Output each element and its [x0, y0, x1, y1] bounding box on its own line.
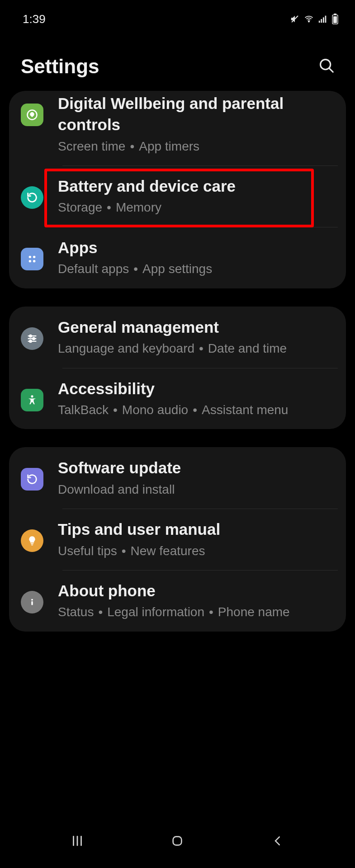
- about-phone-icon: [21, 591, 43, 613]
- svg-point-0: [308, 21, 309, 22]
- svg-point-21: [31, 395, 33, 397]
- row-text: Apps Default apps•App settings: [58, 237, 338, 278]
- signal-icon: [318, 14, 328, 24]
- svg-point-13: [29, 260, 31, 262]
- svg-rect-25: [31, 601, 33, 605]
- row-text: Tips and user manual Useful tips•New fea…: [58, 519, 338, 560]
- setting-about-phone[interactable]: About phone Status•Legal information•Pho…: [9, 570, 346, 632]
- navigation-bar: [0, 814, 355, 868]
- settings-list: Digital Wellbeing and parental controls …: [0, 91, 355, 632]
- tips-icon: [21, 529, 43, 552]
- row-subtitle: Download and install: [58, 481, 338, 499]
- svg-rect-22: [31, 543, 34, 544]
- wellbeing-icon: [21, 104, 43, 126]
- row-title: Digital Wellbeing and parental controls: [58, 93, 338, 136]
- row-text: General management Language and keyboard…: [58, 316, 338, 358]
- row-text: Accessibility TalkBack•Mono audio•Assist…: [58, 378, 338, 420]
- svg-point-19: [33, 337, 35, 340]
- wifi-icon: [303, 14, 314, 24]
- svg-point-12: [33, 256, 35, 258]
- row-subtitle: Status•Legal information•Phone name: [58, 603, 338, 622]
- row-text: Battery and device care Storage•Memory: [58, 175, 338, 217]
- page-title: Settings: [21, 55, 99, 78]
- row-subtitle: Storage•Memory: [58, 198, 338, 217]
- setting-apps[interactable]: Apps Default apps•App settings: [9, 227, 346, 288]
- home-icon: [170, 834, 185, 848]
- svg-rect-3: [323, 17, 324, 23]
- recents-icon: [70, 833, 85, 849]
- svg-rect-4: [325, 16, 327, 23]
- row-text: Digital Wellbeing and parental controls …: [58, 93, 338, 156]
- svg-rect-29: [173, 837, 182, 845]
- row-subtitle: Language and keyboard•Date and time: [58, 340, 338, 358]
- back-icon: [271, 834, 284, 848]
- svg-point-18: [29, 335, 32, 337]
- mute-icon: [290, 14, 300, 24]
- setting-general-management[interactable]: General management Language and keyboard…: [9, 307, 346, 368]
- svg-point-11: [29, 256, 31, 258]
- svg-point-24: [31, 599, 33, 601]
- nav-back-button[interactable]: [257, 827, 298, 854]
- row-subtitle: Default apps•App settings: [58, 260, 338, 278]
- search-icon: [318, 57, 335, 74]
- svg-point-20: [29, 340, 32, 342]
- status-icons: [290, 14, 339, 24]
- svg-rect-2: [321, 19, 322, 23]
- setting-tips[interactable]: Tips and user manual Useful tips•New fea…: [9, 509, 346, 570]
- svg-point-14: [33, 260, 35, 262]
- setting-battery-device-care[interactable]: Battery and device care Storage•Memory: [9, 165, 346, 227]
- row-title: Tips and user manual: [58, 519, 338, 540]
- svg-rect-7: [333, 16, 337, 23]
- row-title: Battery and device care: [58, 175, 338, 197]
- svg-line-9: [329, 68, 333, 72]
- status-bar: 1:39: [0, 0, 355, 33]
- settings-header: Settings: [0, 33, 355, 91]
- status-time: 1:39: [23, 12, 46, 26]
- svg-rect-1: [319, 21, 320, 23]
- nav-home-button[interactable]: [157, 827, 198, 854]
- settings-group: Software update Download and install Tip…: [9, 447, 346, 632]
- settings-group: Digital Wellbeing and parental controls …: [9, 91, 346, 288]
- row-title: Apps: [58, 237, 338, 258]
- row-title: About phone: [58, 580, 338, 601]
- svg-rect-23: [31, 545, 33, 546]
- device-care-icon: [21, 186, 43, 209]
- row-subtitle: TalkBack•Mono audio•Assistant menu: [58, 401, 338, 420]
- general-management-icon: [21, 327, 43, 350]
- row-text: Software update Download and install: [58, 457, 338, 499]
- row-title: General management: [58, 316, 338, 338]
- setting-software-update[interactable]: Software update Download and install: [9, 447, 346, 509]
- setting-digital-wellbeing[interactable]: Digital Wellbeing and parental controls …: [9, 91, 346, 165]
- search-button[interactable]: [315, 54, 338, 78]
- row-title: Accessibility: [58, 378, 338, 399]
- setting-accessibility[interactable]: Accessibility TalkBack•Mono audio•Assist…: [9, 368, 346, 429]
- apps-icon: [21, 248, 43, 270]
- battery-icon: [331, 14, 339, 24]
- row-text: About phone Status•Legal information•Pho…: [58, 580, 338, 622]
- row-title: Software update: [58, 457, 338, 478]
- accessibility-icon: [21, 389, 43, 411]
- row-subtitle: Useful tips•New features: [58, 542, 338, 561]
- settings-group: General management Language and keyboard…: [9, 307, 346, 429]
- software-update-icon: [21, 468, 43, 491]
- row-subtitle: Screen time•App timers: [58, 137, 338, 156]
- nav-recents-button[interactable]: [57, 827, 98, 854]
